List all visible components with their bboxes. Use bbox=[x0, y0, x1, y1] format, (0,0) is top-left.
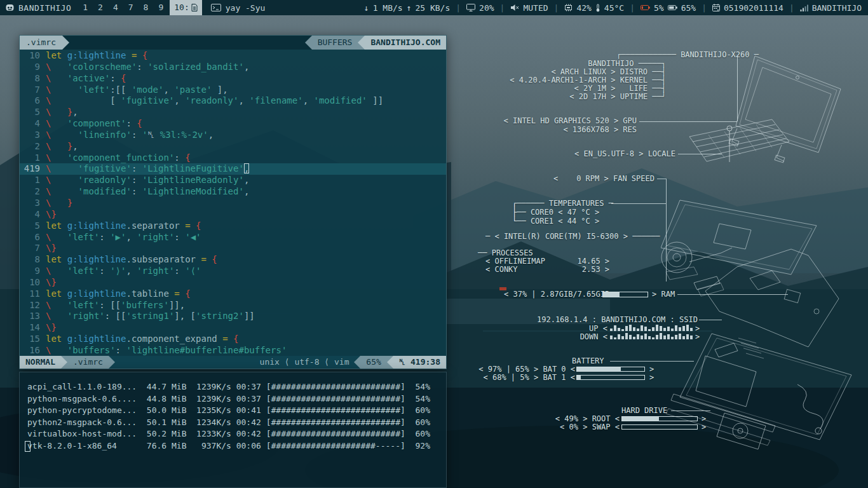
workspace-button[interactable]: 9 bbox=[153, 0, 168, 15]
line-number: 13 bbox=[20, 311, 46, 322]
line-number: 2 bbox=[20, 141, 46, 152]
conky-proc-conky: < CONKY 2.53 > bbox=[485, 266, 609, 274]
network-module: BANDITHIJO bbox=[800, 3, 862, 13]
workspace-button[interactable]: 2 bbox=[93, 0, 108, 15]
conky-gpu: < INTEL HD GRAPHICS 520 > GPU bbox=[503, 117, 637, 125]
terminal-cursor bbox=[25, 441, 31, 452]
conky-res: < 1366X768 > RES bbox=[563, 126, 637, 134]
bar-separator: | bbox=[500, 3, 505, 13]
statusline-fileinfo: unix ⟨ utf-8 ⟨ vim bbox=[260, 356, 355, 369]
vim-code-line: 15let g:lightline.component_expand = { bbox=[20, 334, 446, 345]
temperature-icon bbox=[595, 4, 600, 12]
conky-bat1-close: > bbox=[649, 374, 654, 382]
line-number: 2 bbox=[20, 186, 46, 198]
conky-temps-line bbox=[611, 203, 666, 204]
conky-hdd-title: HARD DRIVE bbox=[621, 407, 667, 415]
active-workspace-label: 10: bbox=[174, 0, 189, 15]
vim-code-line: 7\} bbox=[20, 243, 446, 254]
vim-code-line: 3\ } bbox=[20, 198, 446, 209]
tabline-buffers-label[interactable]: BUFFERS bbox=[312, 36, 358, 50]
vim-code-line: 9\ 'colorscheme': 'solarized_bandit', bbox=[20, 62, 446, 73]
terminal-output-row: python-msgpack-0.6.... 44.8 MiB 1239K/s … bbox=[27, 393, 446, 405]
focused-window-title: yay -Syu bbox=[226, 3, 266, 13]
powerline-separator bbox=[387, 356, 393, 369]
vim-code-line: 7\ 'left':[[ 'mode', 'paste' ], bbox=[20, 85, 446, 96]
vim-statusline: NORMAL .vimrc unix ⟨ utf-8 ⟨ vim 65% ␤ 4… bbox=[20, 356, 446, 369]
vim-code-line: 3\ 'lineinfo': '␤ %3l:%-2v', bbox=[20, 130, 446, 141]
vim-code-line: 2\ }, bbox=[20, 141, 446, 152]
battery-low-icon bbox=[641, 4, 650, 11]
line-number: 6 bbox=[20, 232, 46, 243]
conky-swap-bar bbox=[621, 424, 698, 430]
terminal-output: acpi_call-1.1.0-189... 44.7 MiB 1239K/s … bbox=[27, 381, 446, 452]
date-module: 051902011114 bbox=[712, 3, 783, 13]
bar-separator: | bbox=[630, 3, 635, 13]
terminal-output-row: python-pycryptodome... 50.0 MiB 1235K/s … bbox=[27, 405, 446, 417]
line-number: 5 bbox=[20, 220, 46, 232]
vim-code-line: 6\ 'left': '▶', 'right': '◀' bbox=[20, 232, 446, 243]
line-number: 3 bbox=[20, 198, 46, 209]
line-number: 1 bbox=[20, 175, 46, 186]
conky-cpu-bracket bbox=[666, 179, 667, 281]
line-number: 11 bbox=[20, 288, 46, 300]
conky-down-graph bbox=[610, 331, 693, 339]
line-number: 10 bbox=[20, 277, 46, 288]
line-number-glyph: ␤ bbox=[399, 357, 405, 367]
conky-swap-close: > bbox=[702, 423, 706, 431]
workspace-button[interactable]: 4 bbox=[108, 0, 123, 15]
tabline-site-label[interactable]: BANDITHIJO.COM bbox=[365, 36, 446, 50]
workspace-button-active[interactable]: 10: bbox=[170, 0, 201, 15]
terminal-output-row: vtk-8.2.0-1-x86_64 76.6 MiB 937K/s 00:06… bbox=[27, 440, 446, 452]
conky-ssid-line bbox=[699, 320, 722, 320]
vim-code-line: 4\} bbox=[20, 209, 446, 220]
calendar-icon bbox=[712, 4, 720, 11]
conky-cpu: ─ < INTEL(R) CORE(TM) I5-6300 > ────── bbox=[485, 233, 660, 241]
line-number: 10 bbox=[20, 50, 46, 62]
brightness-module: 20% bbox=[466, 3, 494, 13]
line-number: 12 bbox=[20, 300, 46, 311]
workspace-button[interactable]: 8 bbox=[139, 0, 154, 15]
vim-tab-vimrc[interactable]: .vimrc bbox=[20, 36, 62, 50]
conky-ram-bar bbox=[602, 292, 648, 297]
bar-separator: | bbox=[702, 3, 707, 13]
powerline-separator bbox=[61, 356, 67, 369]
conky-ram-label: < 37% | 2.87GIB/7.65GIB bbox=[504, 290, 609, 299]
conky-locale: < EN_US.UTF-8 > LOCALE bbox=[574, 150, 675, 158]
statusline-filename: .vimrc bbox=[67, 356, 109, 369]
conky-root-bar bbox=[621, 416, 698, 421]
vim-buffer[interactable]: 10let g:lightline = {9\ 'colorscheme': '… bbox=[20, 50, 446, 356]
vim-code-line: 13\ 'right': [['string1'], ['string2']] bbox=[20, 311, 446, 322]
line-number: 8 bbox=[20, 73, 46, 85]
workspace-button[interactable]: 7 bbox=[123, 0, 139, 15]
battery-module: 5% 65% bbox=[641, 3, 696, 13]
display-icon bbox=[466, 4, 475, 11]
conky-locale-line bbox=[678, 154, 722, 154]
vim-mode-indicator: NORMAL bbox=[20, 356, 61, 369]
bar-separator: | bbox=[456, 3, 461, 13]
vim-code-line: 1\ 'component_function': { bbox=[20, 152, 446, 164]
memory-icon bbox=[564, 4, 573, 11]
terminal-output-row: acpi_call-1.1.0-189... 44.7 MiB 1239K/s … bbox=[27, 381, 446, 393]
conky-core0: ├── CORE0 < 47 °C > bbox=[512, 208, 599, 217]
terminal-window[interactable]: acpi_call-1.1.0-189... 44.7 MiB 1239K/s … bbox=[19, 372, 447, 488]
bar-separator: | bbox=[554, 3, 559, 13]
powerline-separator bbox=[62, 36, 69, 50]
conky-temps-title: ┌────── TEMPERATURES ─ bbox=[512, 200, 613, 208]
vim-code-line: 12\ 'left': [['buffers']], bbox=[20, 300, 446, 311]
line-number: 3 bbox=[20, 130, 46, 141]
line-number: 419 bbox=[20, 163, 46, 175]
desktop: { "topbar": { "host": "BANDITHIJO", "wor… bbox=[0, 0, 868, 488]
vim-code-line: 4\ 'component': { bbox=[20, 118, 446, 130]
terminal-output-row: virtualbox-host-mod... 50.2 MiB 1233K/s … bbox=[27, 428, 446, 440]
conky-up-graph bbox=[610, 323, 693, 331]
vim-code-line: 9\ 'left': '⟩', 'right': '⟨' bbox=[20, 266, 446, 277]
vim-window[interactable]: .vimrc BUFFERS BANDITHIJO.COM 10let g:li… bbox=[19, 35, 447, 369]
powerline-separator bbox=[358, 36, 365, 50]
conky-bat1: < 68% | 5% > BAT 1 < bbox=[484, 374, 576, 382]
vim-code-line: 16\ 'buffers': 'lightline#bufferline#buf… bbox=[20, 345, 446, 356]
vim-code-line: 8\ 'active': { bbox=[20, 73, 446, 85]
workspace-button[interactable]: 1 bbox=[78, 0, 93, 15]
vim-code-line: 419\ 'fugitive': 'LightlineFugitive', bbox=[20, 163, 446, 175]
conky-swap: < 0% > SWAP < bbox=[560, 423, 620, 431]
powerline-separator bbox=[109, 356, 115, 369]
